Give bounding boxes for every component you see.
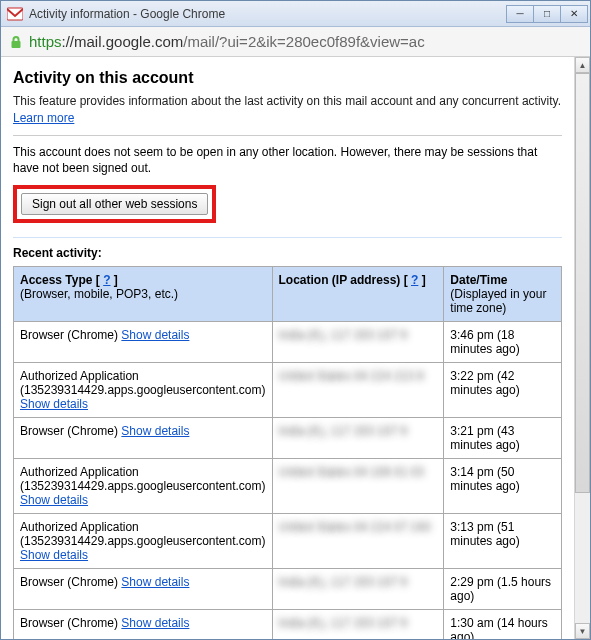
sign-out-all-button[interactable]: Sign out all other web sessions xyxy=(21,193,208,215)
address-bar[interactable]: https://mail.google.com/mail/?ui=2&ik=28… xyxy=(1,27,590,57)
page-title: Activity on this account xyxy=(13,69,562,87)
cell-location: India (K), 117 203 107 9 xyxy=(272,610,444,639)
cell-location: India (K), 117 203 107 9 xyxy=(272,418,444,459)
svg-rect-1 xyxy=(12,41,21,48)
window-titlebar: Activity information - Google Chrome ─ □… xyxy=(1,1,590,27)
table-row: Browser (Chrome) Show detailsIndia (K), … xyxy=(14,418,562,459)
cell-access: Browser (Chrome) Show details xyxy=(14,322,273,363)
scroll-thumb[interactable] xyxy=(575,73,590,493)
show-details-link[interactable]: Show details xyxy=(121,424,189,438)
gmail-icon xyxy=(7,6,23,22)
col-location: Location (IP address) [ ? ] xyxy=(272,267,444,322)
cell-location: United States 04 106 01 03 xyxy=(272,459,444,514)
cell-access: Authorized Application (135239314429.app… xyxy=(14,514,273,569)
cell-datetime: 3:13 pm (51 minutes ago) xyxy=(444,514,562,569)
lock-icon xyxy=(9,35,23,49)
scroll-up-icon[interactable]: ▲ xyxy=(575,57,590,73)
table-row: Browser (Chrome) Show detailsIndia (K), … xyxy=(14,610,562,639)
intro-text: This feature provides information about … xyxy=(13,93,562,127)
recent-activity-heading: Recent activity: xyxy=(13,246,562,260)
close-button[interactable]: ✕ xyxy=(560,5,588,23)
cell-access: Browser (Chrome) Show details xyxy=(14,569,273,610)
cell-datetime: 2:29 pm (1.5 hours ago) xyxy=(444,569,562,610)
cell-access: Authorized Application (135239314429.app… xyxy=(14,363,273,418)
show-details-link[interactable]: Show details xyxy=(121,616,189,630)
table-row: Browser (Chrome) Show detailsIndia (K), … xyxy=(14,322,562,363)
activity-table: Access Type [ ? ] (Browser, mobile, POP3… xyxy=(13,266,562,639)
table-row: Authorized Application (135239314429.app… xyxy=(14,459,562,514)
show-details-link[interactable]: Show details xyxy=(20,548,88,562)
cell-location: United States 04 224 213 8 xyxy=(272,363,444,418)
help-access-icon[interactable]: ? xyxy=(103,273,110,287)
table-row: Authorized Application (135239314429.app… xyxy=(14,363,562,418)
col-datetime: Date/Time (Displayed in your time zone) xyxy=(444,267,562,322)
col-access: Access Type [ ? ] (Browser, mobile, POP3… xyxy=(14,267,273,322)
show-details-link[interactable]: Show details xyxy=(121,328,189,342)
cell-datetime: 3:22 pm (42 minutes ago) xyxy=(444,363,562,418)
minimize-button[interactable]: ─ xyxy=(506,5,534,23)
url-text: https://mail.google.com/mail/?ui=2&ik=28… xyxy=(29,33,425,50)
cell-access: Browser (Chrome) Show details xyxy=(14,418,273,459)
cell-datetime: 3:46 pm (18 minutes ago) xyxy=(444,322,562,363)
help-location-icon[interactable]: ? xyxy=(411,273,418,287)
show-details-link[interactable]: Show details xyxy=(121,575,189,589)
maximize-button[interactable]: □ xyxy=(533,5,561,23)
cell-location: India (K), 117 203 107 9 xyxy=(272,569,444,610)
cell-datetime: 1:30 am (14 hours ago) xyxy=(444,610,562,639)
show-details-link[interactable]: Show details xyxy=(20,493,88,507)
cell-location: United States 04 224 07 240 xyxy=(272,514,444,569)
cell-access: Authorized Application (135239314429.app… xyxy=(14,459,273,514)
cell-location: India (K), 117 203 107 9 xyxy=(272,322,444,363)
learn-more-link[interactable]: Learn more xyxy=(13,111,74,125)
vertical-scrollbar[interactable]: ▲ ▼ xyxy=(574,57,590,639)
cell-datetime: 3:21 pm (43 minutes ago) xyxy=(444,418,562,459)
cell-datetime: 3:14 pm (50 minutes ago) xyxy=(444,459,562,514)
table-row: Browser (Chrome) Show detailsIndia (K), … xyxy=(14,569,562,610)
table-row: Authorized Application (135239314429.app… xyxy=(14,514,562,569)
window-title: Activity information - Google Chrome xyxy=(29,7,225,21)
show-details-link[interactable]: Show details xyxy=(20,397,88,411)
page-content: Activity on this account This feature pr… xyxy=(1,57,574,639)
scroll-down-icon[interactable]: ▼ xyxy=(575,623,590,639)
session-note: This account does not seem to be open in… xyxy=(13,144,562,178)
cell-access: Browser (Chrome) Show details xyxy=(14,610,273,639)
signout-highlight: Sign out all other web sessions xyxy=(13,185,216,223)
divider xyxy=(13,237,562,238)
